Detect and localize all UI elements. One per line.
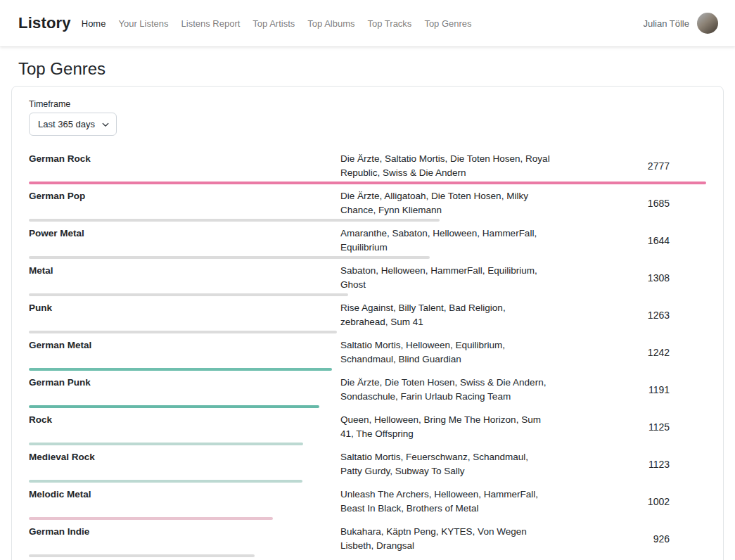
genre-artists: Queen, Helloween, Bring Me The Horizon, … bbox=[340, 413, 551, 441]
page-title: Top Genres bbox=[18, 59, 717, 79]
genre-count: 1002 bbox=[551, 496, 706, 507]
nav-item-top-genres[interactable]: Top Genres bbox=[418, 18, 478, 29]
genre-row: RockQueen, Helloween, Bring Me The Horiz… bbox=[29, 408, 706, 445]
genre-artists: Amaranthe, Sabaton, Helloween, HammerFal… bbox=[340, 227, 551, 255]
genre-name: German Rock bbox=[29, 152, 340, 166]
genre-count: 1685 bbox=[551, 198, 706, 209]
user-avatar[interactable] bbox=[697, 13, 718, 34]
genre-artists: Rise Against, Billy Talent, Bad Religion… bbox=[340, 301, 551, 329]
timeframe-value: Last 365 days bbox=[38, 119, 95, 129]
genres-table: German RockDie Ärzte, Saltatio Mortis, D… bbox=[29, 147, 706, 557]
genre-artists: Bukahara, Käptn Peng, KYTES, Von Wegen L… bbox=[340, 525, 551, 553]
genre-count: 926 bbox=[551, 533, 706, 545]
genre-row: Melodic MetalUnleash The Archers, Hellow… bbox=[29, 483, 706, 520]
genre-name: Medieval Rock bbox=[29, 450, 340, 464]
genre-artists: Sabaton, Helloween, HammerFall, Equilibr… bbox=[340, 264, 551, 292]
genre-count: 1125 bbox=[551, 421, 706, 433]
user-name[interactable]: Julian Tölle bbox=[643, 18, 689, 29]
genre-count: 2777 bbox=[551, 160, 706, 172]
user-menu: Julian Tölle bbox=[643, 13, 718, 34]
genre-artists: Saltatio Mortis, Helloween, Equilibrium,… bbox=[340, 338, 551, 367]
app-logo[interactable]: Listory bbox=[18, 14, 71, 32]
genre-row: PunkRise Against, Billy Talent, Bad Reli… bbox=[29, 296, 706, 333]
genre-name: German Metal bbox=[29, 338, 340, 352]
genre-name: German Punk bbox=[29, 376, 340, 390]
timeframe-control: Timeframe Last 365 days bbox=[29, 99, 706, 136]
genre-row: German IndieBukahara, Käptn Peng, KYTES,… bbox=[29, 520, 706, 557]
genre-count: 1242 bbox=[551, 347, 706, 358]
genre-count: 1644 bbox=[551, 235, 706, 246]
nav-item-your-listens[interactable]: Your Listens bbox=[112, 18, 174, 29]
chevron-down-icon bbox=[102, 121, 109, 128]
genre-row: German RockDie Ärzte, Saltatio Mortis, D… bbox=[29, 147, 706, 184]
genre-count: 1263 bbox=[551, 310, 706, 321]
navbar: Listory HomeYour ListensListens ReportTo… bbox=[0, 0, 735, 46]
genre-count: 1308 bbox=[551, 272, 706, 284]
genre-name: Melodic Metal bbox=[29, 488, 340, 502]
genre-count: 1191 bbox=[551, 384, 706, 395]
genre-row: German MetalSaltatio Mortis, Helloween, … bbox=[29, 333, 706, 371]
nav-item-top-albums[interactable]: Top Albums bbox=[301, 18, 361, 29]
genre-row: MetalSabaton, Helloween, HammerFall, Equ… bbox=[29, 259, 706, 296]
nav-item-home[interactable]: Home bbox=[75, 18, 113, 29]
nav-item-listens-report[interactable]: Listens Report bbox=[175, 18, 247, 29]
genre-name: Power Metal bbox=[29, 227, 340, 241]
genre-name: Punk bbox=[29, 301, 340, 315]
nav-item-top-tracks[interactable]: Top Tracks bbox=[362, 18, 418, 29]
main-content: Top Genres Timeframe Last 365 days Germa… bbox=[0, 59, 735, 560]
genre-name: German Indie bbox=[29, 525, 340, 539]
timeframe-label: Timeframe bbox=[29, 99, 706, 109]
genre-name: German Pop bbox=[29, 189, 340, 203]
genre-row: German PopDie Ärzte, Alligatoah, Die Tot… bbox=[29, 184, 706, 222]
main-nav: HomeYour ListensListens ReportTop Artist… bbox=[75, 18, 478, 29]
genre-artists: Die Ärzte, Die Toten Hosen, Swiss & Die … bbox=[340, 376, 551, 404]
genre-bar bbox=[29, 554, 255, 557]
genre-artists: Die Ärzte, Alligatoah, Die Toten Hosen, … bbox=[340, 189, 551, 217]
genre-artists: Unleash The Archers, Helloween, HammerFa… bbox=[340, 488, 551, 516]
genre-row: Power MetalAmaranthe, Sabaton, Helloween… bbox=[29, 222, 706, 259]
genre-row: German PunkDie Ärzte, Die Toten Hosen, S… bbox=[29, 371, 706, 408]
genre-artists: Saltatio Mortis, Feuerschwanz, Schandmau… bbox=[340, 450, 551, 478]
genre-artists: Die Ärzte, Saltatio Mortis, Die Toten Ho… bbox=[340, 152, 551, 180]
genre-name: Metal bbox=[29, 264, 340, 278]
top-genres-card: Timeframe Last 365 days German RockDie Ä… bbox=[11, 86, 724, 560]
genre-name: Rock bbox=[29, 413, 340, 427]
timeframe-select[interactable]: Last 365 days bbox=[29, 113, 117, 136]
genre-count: 1123 bbox=[551, 459, 706, 470]
nav-item-top-artists[interactable]: Top Artists bbox=[246, 18, 301, 29]
genre-row: Medieval RockSaltatio Mortis, Feuerschwa… bbox=[29, 445, 706, 483]
